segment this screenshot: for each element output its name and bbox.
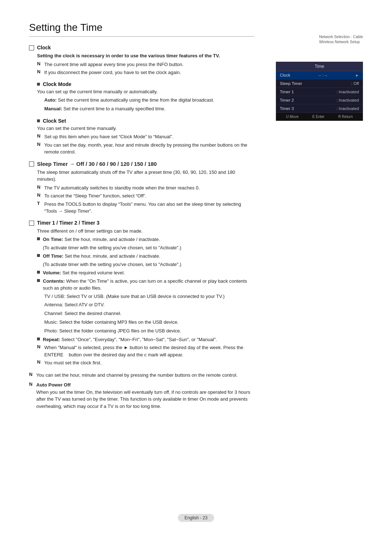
clock-section-title: Clock: [37, 45, 51, 50]
auto-power-n: N: [29, 381, 35, 387]
clock-section: Clock Setting the clock is necessary in …: [29, 45, 254, 76]
manual-label: Manual:: [44, 106, 62, 111]
off-time-sub: (To activate timer with the setting you'…: [43, 261, 254, 268]
clock-mode-section: Clock Mode You can set up the current ti…: [29, 81, 254, 113]
contents-bullet: [37, 279, 40, 282]
tv-menu-footer: U Move E Enter R Return: [276, 113, 363, 120]
on-time-text: On Time: Set the hour, minute, and activ…: [43, 236, 160, 243]
clock-menu-value: -- : --: [318, 73, 327, 77]
sleep-timer-menu-value: : Off: [351, 81, 359, 86]
clock-set-section: Clock Set You can set the current time m…: [29, 118, 254, 156]
timer-section: Timer 1 / Timer 2 / Timer 3 Three differ…: [29, 220, 254, 367]
timer1-menu-value: : Inactivated: [336, 90, 359, 94]
sleep-timer-note-2: N To cancel the “Sleep Timer” function, …: [37, 192, 254, 200]
sleep-timer-menu-label: Sleep Timer: [280, 81, 302, 86]
clock-mode-bullet: [37, 83, 40, 86]
clock-set-title: Clock Set: [43, 118, 66, 124]
clock-mode-manual: Manual: Set the current time to a manual…: [44, 105, 254, 113]
network-info: Network Selection : Cable Wireless Netwo…: [319, 34, 363, 45]
tv-menu-row-timer1: Timer 1 : Inactivated: [276, 88, 363, 96]
auto-label: Auto:: [44, 97, 57, 103]
sleep-timer-section: Sleep Timer → Off / 30 / 60 / 90 / 120 /…: [29, 161, 254, 215]
timer-checkbox-icon: [29, 221, 34, 226]
on-time-bullet: [37, 237, 40, 240]
repeat-section: Repeat: Select "Once", "Everyday", "Mon~…: [37, 336, 254, 343]
contents-photo: Photo: Select the folder containing JPEG…: [44, 327, 254, 335]
tv-menu-row-timer3: Timer 3 : Inactivated: [276, 105, 363, 113]
clock-set-bullet: [37, 119, 40, 122]
clock-note-1-text: The current time will appear every time …: [44, 61, 184, 68]
sleep-timer-note-t: T Press the TOOLS button to display “Too…: [37, 201, 254, 215]
on-time-section: On Time: Set the hour, minute, and activ…: [37, 236, 254, 243]
clock-intro: Setting the clock is necessary in order …: [37, 52, 254, 60]
general-n: N: [29, 372, 35, 377]
sleep-timer-note-1: N The TV automatically switches to stand…: [37, 184, 254, 192]
clock-set-n2: N: [37, 142, 43, 147]
sleep-timer-title: Sleep Timer → Off / 30 / 60 / 90 / 120 /…: [37, 161, 157, 167]
tv-menu-row-clock: Clock -- : -- ►: [276, 71, 363, 79]
timer-intro: Three different on / off timer settings …: [37, 228, 254, 235]
volume-section: Volume: Set the required volume level.: [37, 269, 254, 277]
tv-menu-enter: E Enter: [313, 115, 324, 119]
clock-note-2: N If you disconnect the power cord, you …: [37, 69, 254, 76]
sleep-note-1-text: The TV automatically switches to standby…: [44, 184, 200, 192]
contents-tv-usb: TV / USB: Select TV or USB. (Make sure t…: [44, 293, 254, 300]
volume-text: Volume: Set the required volume level.: [43, 269, 125, 277]
clock-mode-header: Clock Mode: [37, 81, 254, 87]
clock-section-header: Clock: [29, 45, 254, 50]
contents-section: Contents: When the "On Time" is active, …: [37, 278, 254, 292]
note-letter-n1: N: [37, 61, 43, 66]
clock-set-note-2-text: You can set the day, month, year, hour a…: [44, 142, 254, 156]
tv-menu-return: R Return: [338, 115, 353, 119]
sleep-note-2-text: To cancel the “Sleep Timer” function, se…: [44, 192, 147, 200]
contents-antenna: Antenna: Select ATV or DTV.: [44, 301, 254, 309]
sleep-timer-intro: The sleep timer automatically shuts off …: [37, 169, 254, 183]
timer-section-title: Timer 1 / Timer 2 / Timer 3: [37, 220, 99, 226]
clock-set-note-1-text: Set up this item when you have set “Cloc…: [44, 133, 173, 140]
sleep-note-t-text: Press the TOOLS button to display “Tools…: [44, 201, 254, 215]
contents-text: Contents: When the "On Time" is active, …: [43, 278, 254, 292]
clock-set-body: You can set the current time manually.: [37, 125, 254, 132]
clock-note-2-text: If you disconnect the power cord, you ha…: [44, 69, 181, 76]
tv-menu-row-timer2: Timer 2 : Inactivated: [276, 96, 363, 105]
on-time-sub: (To activate timer with the setting you'…: [43, 244, 254, 251]
auto-text: Set the current time automatically using…: [58, 97, 215, 103]
clock-menu-label: Clock: [280, 73, 290, 77]
contents-channel: Channel: Select the desired channel.: [44, 310, 254, 318]
volume-bullet: [37, 271, 40, 274]
clock-mode-title: Clock Mode: [43, 81, 72, 87]
repeat-note: N When "Manual" is selected, press the ►…: [37, 344, 254, 358]
auto-power-note: N Auto Power Off When you set the timer …: [29, 381, 254, 410]
sleep-timer-checkbox-icon: [29, 161, 34, 167]
clock-set-header: Clock Set: [37, 118, 254, 124]
timer3-menu-value: : Inactivated: [336, 106, 359, 111]
page-title: Setting the Time: [29, 22, 254, 37]
clock-set-note-1: N Set up this item when you have set “Cl…: [37, 133, 254, 140]
footer-badge: English - 23: [178, 514, 214, 522]
sleep-n1: N: [37, 184, 43, 190]
off-time-text: Off Time: Set the hour, minute, and acti…: [43, 253, 160, 260]
contents-music: Music: Select the folder containing MP3 …: [44, 319, 254, 326]
clock-mode-body: You can set up the current time manually…: [37, 88, 254, 95]
must-n: N: [37, 359, 43, 365]
general-note: N You can set the hour, minute and chann…: [29, 372, 254, 379]
tv-menu-panel: Time Clock -- : -- ► Sleep Timer : Off T…: [276, 62, 363, 121]
tv-menu-header: Time: [276, 62, 363, 71]
sleep-timer-header: Sleep Timer → Off / 30 / 60 / 90 / 120 /…: [29, 161, 254, 167]
sleep-n2: N: [37, 192, 43, 198]
repeat-note-text: When "Manual" is selected, press the ► b…: [44, 344, 254, 358]
note-letter-n2: N: [37, 69, 43, 74]
off-time-bullet: [37, 254, 40, 257]
timer2-menu-value: : Inactivated: [336, 98, 359, 102]
network-selection-text: Network Selection : Cable: [319, 34, 363, 39]
repeat-bullet: [37, 338, 40, 340]
clock-set-n1: N: [37, 133, 43, 139]
sleep-t: T: [37, 201, 43, 206]
page-footer: English - 23: [0, 514, 392, 522]
must-note: N You must set the clock first.: [37, 359, 254, 367]
auto-power-content: Auto Power Off When you set the timer On…: [36, 381, 254, 410]
tv-menu-row-sleep: Sleep Timer : Off: [276, 79, 363, 88]
clock-checkbox-icon: [29, 45, 34, 50]
clock-menu-arrow: ►: [355, 73, 359, 77]
clock-set-note-2: N You can set the day, month, year, hour…: [37, 142, 254, 156]
